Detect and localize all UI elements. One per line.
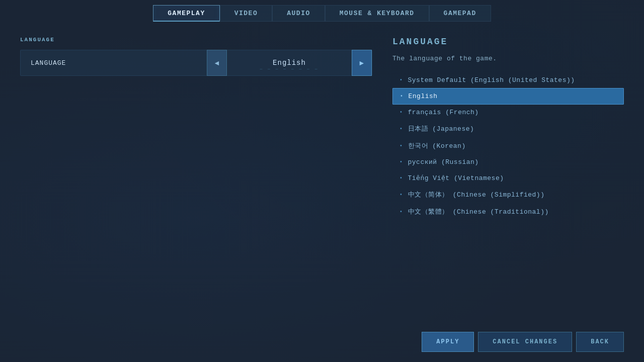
tab-gamepad[interactable]: GAMEPAD [429, 5, 491, 22]
section-label-language: LANGUAGE [20, 37, 372, 43]
main-content: LANGUAGE Language ◄ English ► LANGUAGE T… [0, 27, 644, 230]
tab-video[interactable]: VIDEO [220, 5, 273, 22]
language-option-label: русский (Russian) [408, 158, 479, 166]
language-option-label: Tiếng Việt (Vietnamese) [408, 174, 504, 182]
language-option-russian[interactable]: • русский (Russian) [392, 154, 624, 170]
language-control: ◄ English ► [207, 50, 372, 76]
language-description: The language of the game. [392, 55, 624, 62]
language-prev-button[interactable]: ◄ [207, 50, 227, 76]
language-value: English [227, 50, 352, 76]
top-navigation: GAMEPLAY VIDEO AUDIO MOUSE & KEYBOARD GA… [0, 0, 644, 27]
language-option-label: 中文（简体） (Chinese (Simplified)) [408, 190, 545, 199]
language-option-japanese[interactable]: • 日本語 (Japanese) [392, 120, 624, 137]
bullet-icon: • [399, 159, 403, 165]
bullet-icon: • [399, 126, 403, 132]
language-option-chinese-simplified[interactable]: • 中文（简体） (Chinese (Simplified)) [392, 186, 624, 203]
cancel-button[interactable]: CANCEL CHANGES [478, 332, 572, 352]
language-setting-row: Language ◄ English ► [20, 50, 372, 76]
right-title: LANGUAGE [392, 37, 624, 47]
tab-audio[interactable]: AUDIO [272, 5, 325, 22]
language-list: • System Default (English (United States… [392, 72, 624, 220]
language-option-label: System Default (English (United States)) [408, 76, 575, 84]
tab-gameplay[interactable]: GAMEPLAY [153, 5, 219, 22]
bullet-icon: • [399, 77, 403, 83]
back-button[interactable]: BACK [576, 332, 624, 352]
language-option-label: 한국어 (Korean) [408, 141, 466, 150]
language-option-french[interactable]: • français (French) [392, 105, 624, 120]
language-option-english[interactable]: • English [392, 88, 624, 105]
bottom-bar: APPLY CANCEL CHANGES BACK [422, 332, 624, 352]
bullet-icon: • [399, 175, 403, 181]
bullet-icon: • [400, 94, 404, 99]
language-option-vietnamese[interactable]: • Tiếng Việt (Vietnamese) [392, 170, 624, 186]
language-option-system-default[interactable]: • System Default (English (United States… [392, 72, 624, 88]
language-option-label: English [409, 93, 438, 100]
language-option-label: 日本語 (Japanese) [408, 124, 474, 133]
language-setting-name: Language [21, 59, 207, 67]
bullet-icon: • [399, 110, 403, 115]
language-option-label: français (French) [408, 109, 479, 116]
bullet-icon: • [399, 192, 403, 198]
apply-button[interactable]: APPLY [422, 332, 474, 352]
right-panel: LANGUAGE The language of the game. • Sys… [392, 37, 624, 220]
language-option-label: 中文（繁體） (Chinese (Traditional)) [408, 207, 549, 216]
left-panel: LANGUAGE Language ◄ English ► [20, 37, 372, 220]
language-option-korean[interactable]: • 한국어 (Korean) [392, 137, 624, 154]
language-option-chinese-traditional[interactable]: • 中文（繁體） (Chinese (Traditional)) [392, 203, 624, 220]
bullet-icon: • [399, 209, 403, 215]
tab-mouse-keyboard[interactable]: MOUSE & KEYBOARD [325, 5, 429, 22]
language-next-button[interactable]: ► [352, 50, 372, 76]
bullet-icon: • [399, 143, 403, 149]
